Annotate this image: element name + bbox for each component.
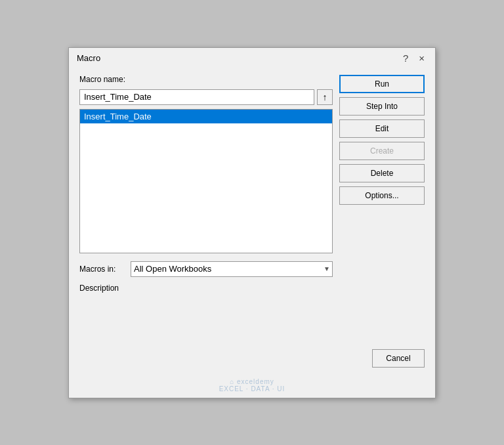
macro-dialog: Macro ? × Macro name: ↑ Insert_Time_Date… [68, 47, 436, 398]
watermark-icon: ⌂ [230, 378, 234, 385]
options-button[interactable]: Options... [339, 186, 425, 205]
macros-in-wrapper: All Open Workbooks This Workbook Persona… [131, 261, 333, 277]
left-panel: Macro name: ↑ Insert_Time_Date Macros in… [79, 75, 333, 336]
title-bar-controls: ? × [400, 53, 427, 63]
macros-in-select[interactable]: All Open Workbooks This Workbook Persona… [131, 261, 333, 277]
upload-icon: ↑ [323, 92, 327, 102]
description-area [79, 297, 333, 336]
step-into-button[interactable]: Step Into [339, 97, 425, 116]
macro-list-item[interactable]: Insert_Time_Date [80, 110, 332, 123]
dialog-title: Macro [77, 53, 100, 63]
macro-name-input[interactable] [79, 89, 314, 105]
create-button[interactable]: Create [339, 142, 425, 160]
delete-button[interactable]: Delete [339, 164, 425, 182]
watermark: ⌂ exceldemy EXCEL · DATA · UI [69, 375, 435, 398]
watermark-site: exceldemy [237, 378, 274, 385]
macros-in-row: Macros in: All Open Workbooks This Workb… [79, 261, 333, 277]
right-panel: Run Step Into Edit Create Delete Options… [339, 75, 425, 336]
upload-button[interactable]: ↑ [317, 89, 333, 105]
title-bar: Macro ? × [69, 48, 435, 67]
description-label: Description [79, 284, 333, 293]
macro-list[interactable]: Insert_Time_Date [79, 109, 333, 253]
cancel-button[interactable]: Cancel [372, 349, 425, 368]
close-button[interactable]: × [416, 53, 427, 63]
macros-in-label: Macros in: [79, 265, 125, 274]
macro-name-row: ↑ [79, 89, 333, 105]
help-button[interactable]: ? [400, 53, 411, 63]
watermark-tagline: EXCEL · DATA · UI [219, 385, 285, 392]
dialog-footer: Cancel [69, 344, 435, 375]
edit-button[interactable]: Edit [339, 119, 425, 138]
dialog-body: Macro name: ↑ Insert_Time_Date Macros in… [69, 67, 435, 344]
run-button[interactable]: Run [339, 75, 425, 93]
macro-name-label: Macro name: [79, 75, 333, 84]
